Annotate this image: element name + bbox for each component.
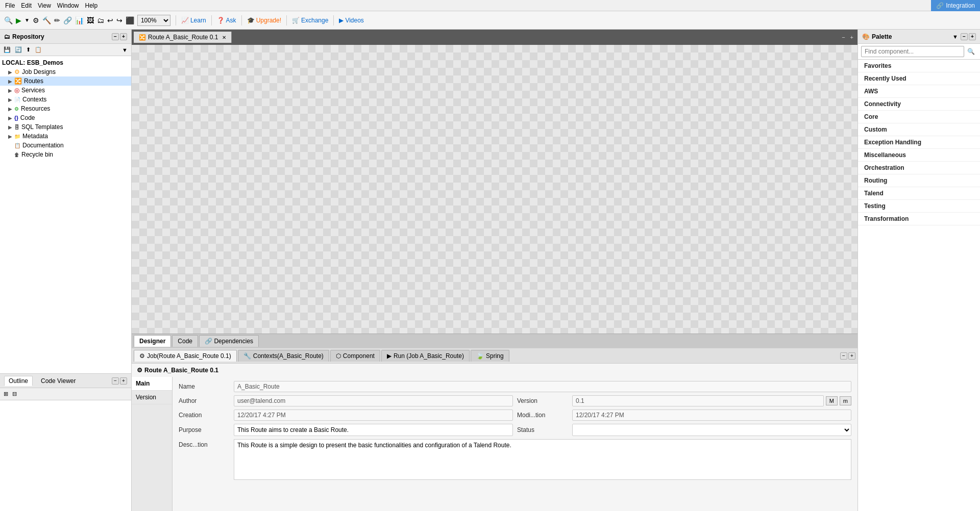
props-tab-contexts[interactable]: 🔧 Contexts(A_Basic_Route) — [238, 350, 329, 362]
palette-item-routing[interactable]: Routing — [858, 174, 980, 187]
meta-icon — [14, 133, 20, 140]
palette-minimize-btn[interactable]: − — [961, 33, 968, 40]
editor-tab-main[interactable]: 🔀 Route A_Basic_Route 0.1 ✕ — [134, 32, 232, 43]
tree-item-metadata[interactable]: ▶ Metadata — [0, 132, 131, 141]
tree-item-routes[interactable]: ▶ 🔀 Routes — [0, 76, 131, 86]
toolbar-icon-8[interactable]: 🗂 — [97, 16, 104, 24]
upgrade-link[interactable]: 🎓 Upgrade! — [247, 17, 281, 24]
status-select[interactable] — [572, 424, 851, 436]
toolbar-icon-5[interactable]: 🔗 — [63, 16, 72, 24]
toolbar-icon-9[interactable]: ↩ — [107, 16, 113, 24]
repo-expand-btn[interactable]: ▼ — [120, 46, 129, 54]
integration-button[interactable]: 🔗 Integration — [931, 0, 980, 11]
tab-close-btn[interactable]: ✕ — [222, 35, 226, 40]
contexts-label: Contexts — [22, 96, 46, 103]
props-body: Main Version Name Author Version — [132, 377, 857, 511]
tree-item-code[interactable]: ▶ Code — [0, 113, 131, 122]
palette-item-core[interactable]: Core — [858, 111, 980, 123]
props-sidebar: Main Version — [132, 377, 173, 511]
bl-minimize-btn[interactable]: − — [112, 377, 119, 385]
repo-toolbar-btn-1[interactable]: 💾 — [2, 46, 12, 54]
menu-view[interactable]: View — [35, 1, 54, 10]
learn-link[interactable]: 📈 Learn — [181, 17, 206, 24]
palette-item-custom[interactable]: Custom — [858, 123, 980, 136]
palette-item-favorites[interactable]: Favorites — [858, 60, 980, 72]
canvas-area[interactable] — [132, 45, 857, 334]
tab-designer[interactable]: Designer — [134, 335, 171, 347]
name-input[interactable] — [234, 381, 851, 392]
toolbar-icon-11[interactable]: ⬛ — [126, 16, 134, 24]
props-maximize-btn[interactable]: + — [848, 352, 855, 360]
toolbar-icon-run[interactable]: ▶ — [16, 16, 21, 24]
palette-item-orchestration[interactable]: Orchestration — [858, 162, 980, 174]
repo-toolbar-btn-2[interactable]: 🔄 — [13, 46, 23, 54]
menu-file[interactable]: File — [2, 1, 18, 10]
menu-edit[interactable]: Edit — [18, 1, 35, 10]
tree-item-contexts[interactable]: ▶ Contexts — [0, 95, 131, 104]
tree-item-resources[interactable]: ▶ Resources — [0, 104, 131, 113]
palette-item-exception-handling[interactable]: Exception Handling — [858, 136, 980, 149]
toolbar-icon-4[interactable]: ✏ — [54, 16, 60, 24]
props-tab-run[interactable]: ▶ Run (Job A_Basic_Route) — [381, 350, 470, 362]
editor-minimize-btn[interactable]: − — [840, 34, 847, 41]
version-m2-btn[interactable]: m — [840, 396, 851, 405]
toolbar-icon-dropdown[interactable]: ▼ — [24, 17, 30, 23]
palette-item-connectivity[interactable]: Connectivity — [858, 98, 980, 111]
palette-item-aws[interactable]: AWS — [858, 85, 980, 98]
bl-toolbar-btn-1[interactable]: ⊞ — [2, 390, 10, 398]
props-minimize-btn[interactable]: − — [840, 352, 847, 360]
repo-minimize-btn[interactable]: − — [112, 33, 119, 40]
palette-title: Palette — [872, 33, 892, 40]
tree-item-documentation[interactable]: Documentation — [0, 141, 131, 150]
menu-window[interactable]: Window — [54, 1, 82, 10]
palette-item-talend[interactable]: Talend — [858, 187, 980, 200]
tree-item-services[interactable]: ▶ Services — [0, 86, 131, 95]
toolbar-icon-2[interactable]: ⚙ — [33, 16, 39, 24]
purpose-input[interactable] — [234, 424, 513, 436]
toolbar-icon-1[interactable]: 🔍 — [4, 16, 13, 24]
palette-item-testing[interactable]: Testing — [858, 200, 980, 213]
palette-filter-btn[interactable]: ▼ — [951, 33, 960, 40]
sql-icon — [14, 123, 19, 131]
palette-item-transformation[interactable]: Transformation — [858, 213, 980, 225]
palette-item-miscellaneous[interactable]: Miscellaneous — [858, 149, 980, 162]
description-textarea[interactable]: This Route is a simple design to present… — [234, 439, 851, 480]
tab-dependencies[interactable]: 🔗 Dependencies — [199, 335, 259, 347]
job-designs-label: Job Designs — [22, 68, 56, 75]
props-tab-job[interactable]: ⚙ Job(Route A_Basic_Route 0.1) — [134, 350, 237, 362]
palette-maximize-btn[interactable]: + — [969, 33, 976, 40]
tree-arrow-metadata: ▶ — [8, 134, 14, 139]
author-input[interactable] — [234, 395, 513, 406]
toolbar-icon-3[interactable]: 🔨 — [42, 16, 51, 24]
repo-toolbar-btn-3[interactable]: ⬆ — [24, 46, 32, 54]
palette-header-controls: ▼ − + — [951, 33, 976, 40]
tab-code[interactable]: Code — [172, 335, 198, 347]
toolbar-icon-7[interactable]: 🖼 — [87, 16, 94, 24]
sidebar-main[interactable]: Main — [132, 377, 172, 391]
palette-item-recently-used[interactable]: Recently Used — [858, 72, 980, 85]
sidebar-version[interactable]: Version — [132, 391, 172, 404]
tab-outline[interactable]: Outline — [4, 376, 33, 386]
bl-maximize-btn[interactable]: + — [120, 377, 127, 385]
tree-item-recycle[interactable]: Recycle bin — [0, 150, 131, 159]
props-tab-component[interactable]: ⬡ Component — [330, 350, 380, 362]
menu-help[interactable]: Help — [82, 1, 101, 10]
version-m-btn[interactable]: M — [826, 396, 838, 405]
toolbar-icon-10[interactable]: ↪ — [116, 16, 122, 24]
bl-toolbar-btn-2[interactable]: ⊟ — [11, 390, 18, 398]
videos-link[interactable]: ▶ Videos — [339, 17, 363, 24]
repo-toolbar-btn-4[interactable]: 📋 — [33, 46, 43, 54]
props-tab-spring[interactable]: 🍃 Spring — [471, 350, 509, 362]
tree-item-sql[interactable]: ▶ SQL Templates — [0, 122, 131, 132]
editor-maximize-btn[interactable]: + — [848, 34, 855, 41]
tab-code-viewer[interactable]: Code Viewer — [37, 376, 80, 386]
exchange-link[interactable]: 🛒 Exchange — [292, 17, 328, 24]
zoom-selector[interactable]: 100% 75% 150% — [137, 15, 170, 26]
palette-search-input[interactable] — [861, 46, 964, 57]
palette-search-icon[interactable]: 🔍 — [965, 47, 977, 56]
toolbar-icon-6[interactable]: 📊 — [75, 16, 84, 24]
version-input[interactable] — [572, 395, 824, 406]
tree-item-job-designs[interactable]: ▶ Job Designs — [0, 67, 131, 76]
ask-link[interactable]: ❓ Ask — [217, 17, 236, 24]
repo-maximize-btn[interactable]: + — [120, 33, 127, 40]
